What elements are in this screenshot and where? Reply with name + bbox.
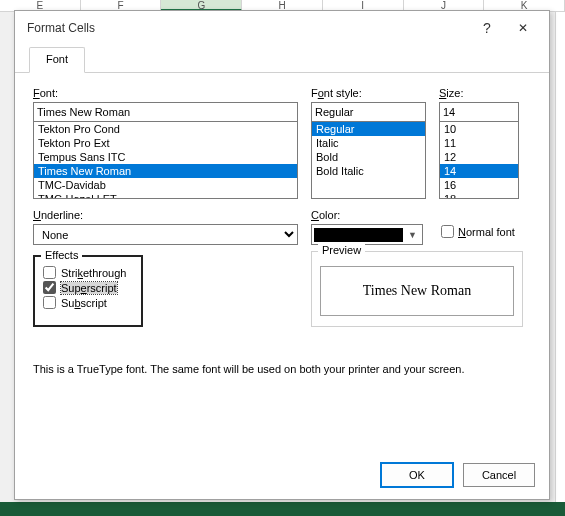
list-item[interactable]: 10: [440, 122, 518, 136]
titlebar: Format Cells ? ✕: [15, 11, 549, 45]
list-item[interactable]: 18: [440, 192, 518, 199]
list-item[interactable]: Times New Roman: [34, 164, 297, 178]
font-listbox[interactable]: Tekton Pro CondTekton Pro ExtTempus Sans…: [33, 121, 298, 199]
superscript-option[interactable]: Superscript: [35, 280, 141, 295]
dialog-content: Font: Tekton Pro CondTekton Pro ExtTempu…: [15, 73, 549, 101]
help-button[interactable]: ?: [469, 20, 505, 36]
preview-group: Preview Times New Roman: [311, 251, 523, 327]
preview-text: Times New Roman: [363, 283, 471, 299]
close-button[interactable]: ✕: [505, 21, 541, 35]
list-item[interactable]: 11: [440, 136, 518, 150]
superscript-label: Superscript: [61, 282, 117, 294]
list-item[interactable]: Tempus Sans ITC: [34, 150, 297, 164]
list-item[interactable]: 14: [440, 164, 518, 178]
underline-label: Underline:: [33, 209, 298, 221]
strikethrough-option[interactable]: Strikethrough: [35, 265, 141, 280]
font-style-label: Font style:: [311, 87, 426, 99]
superscript-checkbox[interactable]: [43, 281, 56, 294]
strikethrough-checkbox[interactable]: [43, 266, 56, 279]
list-item[interactable]: TMC-Davidab: [34, 178, 297, 192]
list-item[interactable]: Tekton Pro Cond: [34, 122, 297, 136]
size-input[interactable]: [439, 102, 519, 122]
ok-button[interactable]: OK: [381, 463, 453, 487]
tab-strip: Font: [15, 47, 549, 73]
subscript-option[interactable]: Subscript: [35, 295, 141, 310]
font-input[interactable]: [33, 102, 298, 122]
cancel-button[interactable]: Cancel: [463, 463, 535, 487]
list-item[interactable]: Regular: [312, 122, 425, 136]
color-swatch: [314, 228, 403, 242]
effects-legend: Effects: [41, 249, 82, 261]
effects-group: Effects Strikethrough Superscript Subscr…: [33, 255, 143, 327]
subscript-label: Subscript: [61, 297, 107, 309]
list-item[interactable]: Bold Italic: [312, 164, 425, 178]
normal-font-checkbox[interactable]: [441, 225, 454, 238]
size-label: Size:: [439, 87, 519, 99]
chevron-down-icon: ▼: [405, 230, 420, 240]
preview-area: Times New Roman: [320, 266, 514, 316]
font-label: Font:: [33, 87, 298, 99]
list-item[interactable]: Italic: [312, 136, 425, 150]
tab-font[interactable]: Font: [29, 47, 85, 73]
dialog-buttons: OK Cancel: [381, 463, 535, 487]
strikethrough-label: Strikethrough: [61, 267, 126, 279]
preview-legend: Preview: [318, 244, 365, 256]
font-info-text: This is a TrueType font. The same font w…: [33, 363, 523, 375]
sheet-right-edge: [555, 12, 565, 504]
list-item[interactable]: Bold: [312, 150, 425, 164]
size-listbox[interactable]: 101112141618: [439, 121, 519, 199]
normal-font-label: Normal font: [458, 226, 515, 238]
subscript-checkbox[interactable]: [43, 296, 56, 309]
color-select[interactable]: ▼: [311, 224, 423, 245]
font-style-listbox[interactable]: RegularItalicBoldBold Italic: [311, 121, 426, 199]
format-cells-dialog: Format Cells ? ✕ Font Font: Tekton Pro C…: [14, 10, 550, 500]
list-item[interactable]: 16: [440, 178, 518, 192]
list-item[interactable]: 12: [440, 150, 518, 164]
list-item[interactable]: Tekton Pro Ext: [34, 136, 297, 150]
font-style-input[interactable]: [311, 102, 426, 122]
sheet-status-bar: [0, 502, 565, 516]
normal-font-option[interactable]: Normal font: [441, 225, 515, 238]
list-item[interactable]: TMC-Hazel LET: [34, 192, 297, 199]
dialog-title: Format Cells: [27, 21, 469, 35]
color-label: Color:: [311, 209, 423, 221]
underline-select[interactable]: None: [33, 224, 298, 245]
